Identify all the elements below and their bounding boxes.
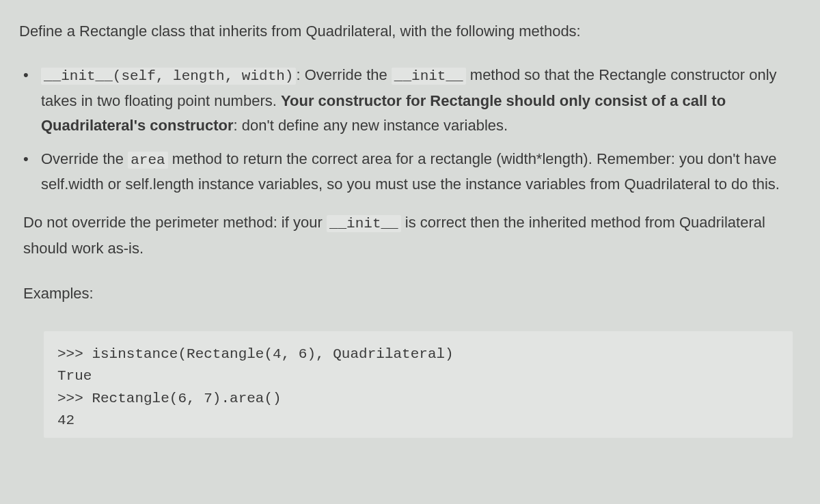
intro-text: Define a Rectangle class that inherits f… bbox=[19, 19, 806, 44]
code-line: True bbox=[57, 365, 779, 388]
code-line: >>> Rectangle(6, 7).area() bbox=[57, 388, 779, 410]
code-inline: __init__ bbox=[392, 68, 466, 85]
bullet-list: __init__(self, length, width): Override … bbox=[19, 63, 806, 197]
code-block: >>> isinstance(Rectangle(4, 6), Quadrila… bbox=[44, 331, 793, 438]
examples-heading: Examples: bbox=[19, 281, 806, 306]
code-inline: area bbox=[128, 152, 167, 169]
paragraph: Do not override the perimeter method: if… bbox=[19, 210, 806, 261]
list-item: __init__(self, length, width): Override … bbox=[41, 63, 806, 138]
text: : don't define any new instance variable… bbox=[234, 117, 508, 134]
code-line: 42 bbox=[57, 410, 779, 432]
code-inline: __init__ bbox=[327, 215, 401, 232]
text: Do not override the perimeter method: if… bbox=[23, 214, 327, 231]
code-inline: __init__(self, length, width) bbox=[41, 68, 296, 85]
text: Override the bbox=[41, 150, 128, 167]
list-item: Override the area method to return the c… bbox=[41, 147, 806, 197]
code-line: >>> isinstance(Rectangle(4, 6), Quadrila… bbox=[57, 344, 779, 366]
text: : Override the bbox=[296, 66, 391, 83]
